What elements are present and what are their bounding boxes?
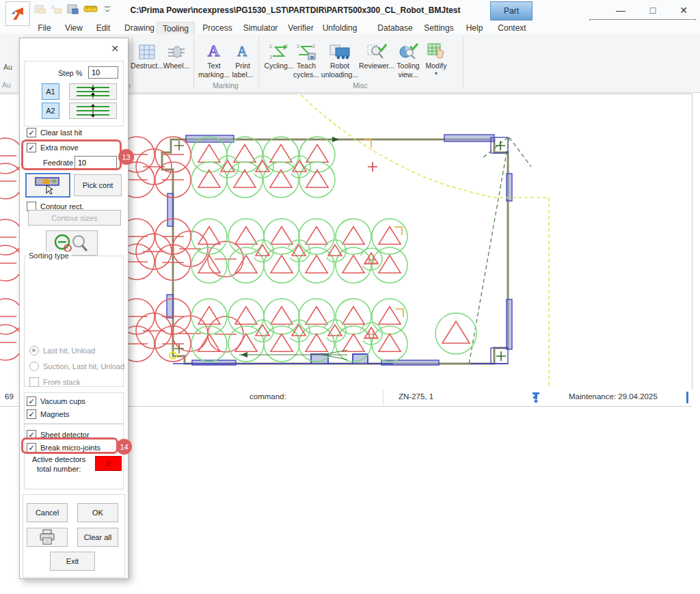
menu-verifier[interactable]: Verifier	[282, 22, 319, 34]
maximize-button[interactable]: □	[643, 3, 663, 18]
print-label-button[interactable]: A Print label...	[223, 37, 262, 79]
a1-button[interactable]: A1	[42, 83, 59, 100]
annotation-badge-14: 14	[116, 439, 132, 455]
status-divider	[383, 390, 383, 405]
measure-icon[interactable]	[83, 4, 98, 14]
svg-text:A: A	[237, 44, 247, 59]
vacuum-cups-checkbox[interactable]: ✓	[27, 396, 36, 406]
vacuum-cups-label: Vacuum cups	[40, 397, 85, 405]
step-label: Step %	[58, 69, 82, 77]
menu-edit[interactable]: Edit	[91, 22, 116, 34]
active-detectors-value: 0	[95, 456, 122, 471]
menu-view[interactable]: View	[59, 22, 88, 34]
active-detectors-label: Active detectors total number:	[32, 455, 85, 474]
robot-unloading-button[interactable]: Robot unloading...	[320, 37, 360, 79]
break-micro-joints-checkbox[interactable]: ✓	[27, 443, 36, 453]
status-cursor-bar	[686, 392, 688, 403]
menu-help[interactable]: Help	[461, 22, 489, 34]
a1-direction-button[interactable]	[69, 83, 117, 100]
ribbon-clipped-label: Au	[3, 63, 12, 71]
menu-drawing[interactable]: Drawing	[119, 22, 160, 34]
clear-last-hit-row[interactable]: ✓ Clear last hit	[27, 128, 82, 137]
modify-button[interactable]: Modify ▼	[416, 37, 456, 76]
clear-last-hit-checkbox[interactable]: ✓	[27, 128, 36, 137]
feedrate-input[interactable]	[75, 156, 117, 169]
part-mode-button[interactable]: Part	[490, 1, 533, 21]
svg-text:1: 1	[269, 44, 272, 49]
extra-move-checkbox[interactable]: ✓	[27, 143, 36, 152]
from-stack-label: From stack	[43, 378, 80, 386]
step-input[interactable]	[88, 66, 118, 79]
svg-text:1: 1	[297, 44, 299, 49]
extra-move-row[interactable]: ✓ Extra move	[27, 143, 79, 152]
magnets-checkbox[interactable]: ✓	[27, 409, 36, 419]
pick-cont-button[interactable]: Pick cont	[74, 174, 122, 196]
print-button[interactable]	[27, 528, 68, 547]
suction-last-hit-row: Suction, Last hit, Unload	[29, 362, 124, 371]
part-outline	[162, 139, 508, 364]
robot-unloading-icon	[320, 37, 360, 60]
contour-tool-icon	[33, 175, 63, 195]
svg-text:3: 3	[269, 55, 272, 59]
ribbon-group-misc: Misc	[353, 81, 368, 90]
pick-contour-tool-button[interactable]	[25, 173, 70, 198]
clear-all-button[interactable]: Clear all	[77, 528, 118, 547]
menu-context[interactable]: Context	[492, 22, 531, 34]
application-window: B C:\Prima Power\ncexpress\PG1530_LST\PA…	[0, 0, 700, 594]
menu-database[interactable]: Database	[372, 22, 418, 34]
suction-cup-circles	[191, 137, 476, 362]
converge-arrows-icon	[74, 85, 112, 98]
wheel-button[interactable]: Wheel...	[157, 37, 196, 70]
last-hit-unload-label: Last hit, Unload	[43, 347, 95, 355]
close-button[interactable]: ✕	[673, 3, 694, 18]
modify-icon	[416, 37, 456, 60]
modify-dropdown-icon[interactable]: ▼	[416, 71, 456, 76]
menu-tooling[interactable]: Tooling	[157, 22, 195, 35]
tooling-dialog: ✕ Step % A1 A2 ✓ Clear last hit ✓ Extra …	[19, 38, 129, 579]
annotation-badge-13: 13	[118, 149, 134, 165]
quick-access-toolbar: B	[34, 3, 111, 15]
clear-last-hit-label: Clear last hit	[40, 129, 82, 137]
menu-simulator[interactable]: Simulator	[238, 22, 284, 34]
ribbon-clipped-group-label: Au	[2, 81, 11, 89]
prima-power-logo-icon	[9, 5, 27, 23]
sheet-detector-checkbox[interactable]: ✓	[27, 430, 36, 440]
open-icon[interactable]	[34, 3, 46, 14]
exit-button[interactable]: Exit	[50, 552, 95, 571]
contour-sizes-button: Contour sizes	[28, 210, 121, 226]
robot-path-lines	[469, 137, 531, 364]
a2-direction-button[interactable]	[69, 103, 117, 119]
minimize-button[interactable]: —	[610, 3, 631, 18]
feedrate-label: Feedrate	[43, 159, 73, 167]
print-label-icon: A	[223, 37, 262, 60]
break-micro-joints-row[interactable]: ✓ Break micro-joints	[27, 443, 100, 453]
robot-status-icon	[532, 392, 540, 403]
app-logo[interactable]	[5, 1, 30, 26]
window-title: C:\Prima Power\ncexpress\PG1530_LST\PART…	[130, 5, 460, 15]
customize-quick-access-icon[interactable]	[104, 4, 111, 14]
last-hit-unload-radio	[29, 346, 39, 355]
sheet-detector-label: Sheet detector	[40, 431, 90, 439]
svg-text:2: 2	[312, 44, 315, 49]
menu-settings[interactable]: Settings	[418, 22, 459, 34]
suction-last-hit-label: Suction, Last hit, Unload	[43, 362, 124, 370]
magnets-row[interactable]: ✓ Magnets	[27, 409, 69, 419]
menu-file[interactable]: File	[32, 22, 56, 34]
status-maintenance: Maintenance: 29.04.2025	[569, 392, 658, 401]
last-hit-unload-row: Last hit, Unload	[29, 346, 95, 355]
from-stack-row: ✓ From stack	[29, 377, 80, 387]
menu-process[interactable]: Process	[197, 22, 237, 34]
menu-unfolding[interactable]: Unfolding	[317, 22, 363, 34]
save-icon[interactable]	[67, 3, 79, 14]
dialog-close-icon[interactable]: ✕	[109, 42, 121, 55]
title-bar: B C:\Prima Power\ncexpress\PG1530_LST\PA…	[0, 0, 700, 21]
diverge-arrows-icon	[74, 104, 112, 118]
vacuum-cups-row[interactable]: ✓ Vacuum cups	[27, 396, 85, 406]
ok-button[interactable]: OK	[77, 503, 118, 522]
extra-move-label: Extra move	[40, 144, 79, 152]
a2-button[interactable]: A2	[42, 103, 59, 119]
import-icon[interactable]: B	[51, 3, 63, 14]
sheet-detector-row[interactable]: ✓ Sheet detector	[27, 430, 90, 440]
cancel-button[interactable]: Cancel	[27, 503, 68, 522]
status-tool-value: ZN-275, 1	[399, 392, 433, 401]
